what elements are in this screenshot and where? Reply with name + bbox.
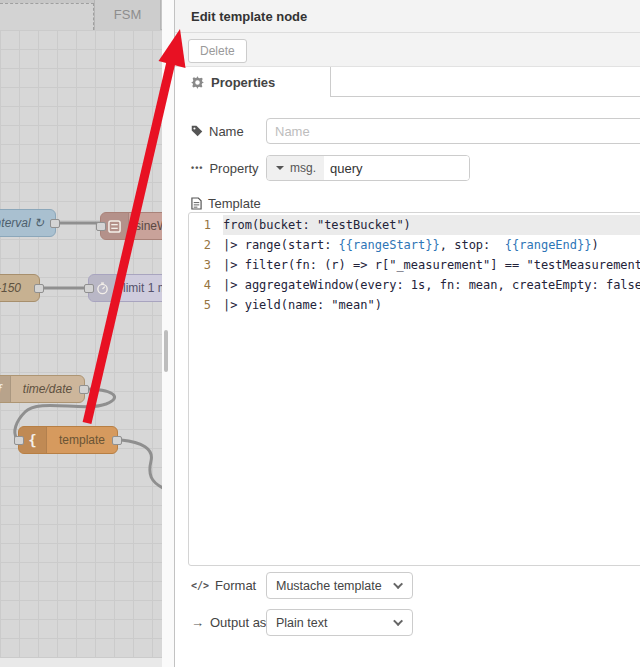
node-red-editor: FSM interval ↻ sineWave s-150 limit 1 ms… — [0, 0, 640, 667]
tab-properties[interactable]: Properties — [175, 67, 331, 97]
name-input[interactable] — [266, 118, 640, 144]
property-label-text: Property — [209, 161, 258, 176]
line-number: 2 — [189, 235, 223, 255]
tag-icon — [191, 125, 203, 137]
arrow-right-icon: → — [191, 615, 204, 630]
line-number: 4 — [189, 275, 223, 295]
dialog-tabbar: Properties — [175, 67, 640, 97]
node-input-port[interactable] — [84, 284, 94, 293]
code-line[interactable]: 4|> aggregateWindow(every: 1s, fn: mean,… — [189, 275, 640, 295]
output-as-select-value: Plain text — [276, 616, 396, 630]
line-number: 5 — [189, 295, 223, 315]
node-output-port[interactable] — [79, 385, 89, 394]
format-select-value: Mustache template — [276, 579, 396, 593]
node-input-port[interactable] — [96, 222, 106, 231]
format-label-text: Format — [215, 578, 256, 593]
typed-input: msg. — [266, 155, 470, 181]
node-s150[interactable]: s-150 — [0, 274, 40, 302]
gear-icon — [191, 76, 204, 89]
code-editor[interactable]: 1from(bucket: "testBucket")2|> range(sta… — [188, 212, 640, 566]
property-input[interactable] — [324, 156, 469, 180]
node-label: template — [47, 433, 117, 447]
code-line[interactable]: 3|> filter(fn: (r) => r["_measurement"] … — [189, 255, 640, 275]
format-select[interactable]: Mustache template — [266, 572, 413, 599]
node-label: time/date — [11, 382, 84, 396]
edit-template-dialog: Edit template node Delete Properties Nam… — [174, 0, 640, 667]
code-line[interactable]: 2|> range(start: {{rangeStart}}, stop: {… — [189, 235, 640, 255]
template-label-text: Template — [208, 196, 261, 211]
flow-tab-fsm[interactable]: FSM — [94, 0, 161, 30]
node-template[interactable]: { template — [18, 426, 118, 454]
dialog-title: Edit template node — [175, 0, 640, 33]
flow-canvas[interactable]: FSM interval ↻ sineWave s-150 limit 1 ms… — [0, 0, 162, 667]
code-text: |> filter(fn: (r) => r["_measurement"] =… — [223, 255, 640, 275]
wire-template-out — [121, 440, 162, 489]
line-number: 3 — [189, 255, 223, 275]
output-as-label-text: Output as — [210, 615, 266, 630]
node-limit[interactable]: limit 1 msg — [88, 274, 162, 302]
flow-tab-active[interactable] — [0, 3, 94, 30]
canvas-hscrollbar[interactable] — [0, 658, 162, 667]
node-label: limit 1 msg — [117, 281, 162, 295]
flow-wires — [0, 30, 162, 658]
canvas-vscrollbar[interactable] — [162, 0, 174, 667]
caret-down-icon — [276, 166, 284, 170]
delete-button[interactable]: Delete — [188, 39, 247, 63]
node-output-port[interactable] — [34, 284, 44, 293]
code-text: |> aggregateWindow(every: 1s, fn: mean, … — [223, 275, 640, 295]
dialog-toolbar: Delete — [175, 33, 640, 67]
node-label: sineWave — [129, 219, 162, 233]
flow-tabbar: FSM — [0, 0, 162, 30]
typed-input-prefix: msg. — [290, 161, 316, 175]
node-interval[interactable]: interval ↻ — [0, 209, 56, 237]
node-label: interval ↻ — [0, 216, 55, 230]
line-number: 1 — [189, 215, 223, 235]
code-text: |> range(start: {{rangeStart}}, stop: {{… — [223, 235, 640, 255]
typed-input-type-button[interactable]: msg. — [267, 156, 324, 180]
scrollbar-thumb[interactable] — [164, 330, 168, 372]
output-as-label: → Output as — [191, 609, 266, 635]
code-line[interactable]: 1from(bucket: "testBucket") — [189, 215, 640, 235]
function-icon: f — [0, 376, 11, 402]
code-lines: 1from(bucket: "testBucket")2|> range(sta… — [189, 215, 640, 315]
format-label: </> Format — [191, 572, 256, 598]
name-label-text: Name — [209, 124, 244, 139]
code-line[interactable]: 5|> yield(name: "mean") — [189, 295, 640, 315]
code-text: |> yield(name: "mean") — [223, 295, 640, 315]
file-code-icon — [191, 197, 202, 210]
code-text: from(bucket: "testBucket") — [223, 215, 640, 235]
name-label: Name — [191, 118, 244, 144]
node-input-port[interactable] — [14, 436, 24, 445]
output-as-select[interactable]: Plain text — [266, 609, 413, 636]
ellipsis-icon: ••• — [191, 163, 203, 173]
code-icon: </> — [191, 580, 209, 591]
node-sinewave[interactable]: sineWave — [100, 212, 162, 240]
tabbar-spacer — [331, 67, 640, 97]
property-label: ••• Property — [191, 155, 259, 181]
node-output-port[interactable] — [112, 436, 122, 445]
tab-label: Properties — [211, 75, 275, 90]
node-timedate[interactable]: f time/date — [0, 375, 85, 403]
node-output-port[interactable] — [50, 219, 60, 228]
